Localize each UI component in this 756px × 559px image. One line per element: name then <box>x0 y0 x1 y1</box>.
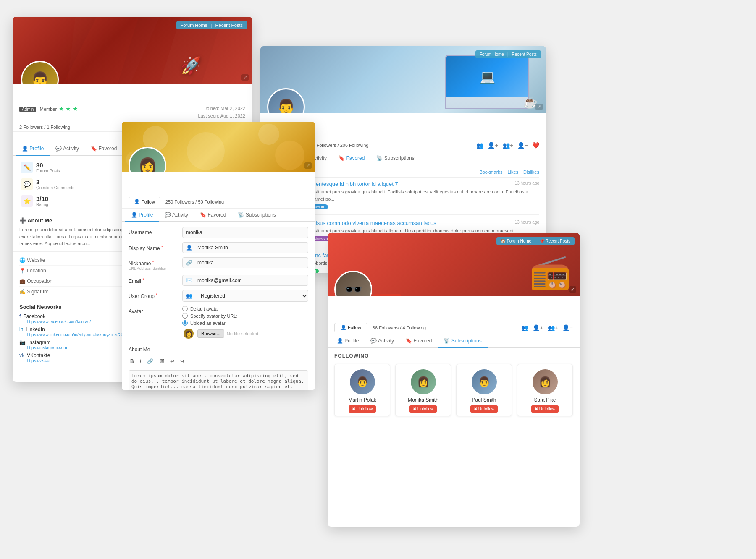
link-bookmarks[interactable]: Bookmarks <box>479 170 502 175</box>
stat-forum-posts: ✏️ 30Forum Posts <box>19 159 132 176</box>
card4-follow-button[interactable]: 👤 Follow <box>334 323 368 332</box>
stat-num-qcomments: 3 <box>36 178 74 185</box>
instagram-icon: 📷 <box>19 340 26 345</box>
browse-button[interactable]: Browse... <box>197 329 224 338</box>
card3-icon1[interactable]: 👥 <box>476 142 483 149</box>
redo-button[interactable]: ↪ <box>178 358 186 365</box>
italic-button[interactable]: I <box>138 358 143 365</box>
card4-icon1[interactable]: 👥 <box>521 324 528 331</box>
form-input-username[interactable] <box>182 227 308 238</box>
radio-url-avatar[interactable]: Specify avatar by URL: <box>182 313 308 319</box>
card3-expand-icon[interactable]: ⤢ <box>536 104 543 110</box>
following-unfollow-martin[interactable]: ✖ Unfollow <box>349 405 376 413</box>
undo-button[interactable]: ↩ <box>168 358 176 365</box>
unfollow-icon-paul: ✖ <box>474 407 477 411</box>
linkedin-icon: in <box>19 327 23 332</box>
facebook-icon: f <box>19 313 21 319</box>
form-label-displayname: Display Name * <box>129 242 179 251</box>
card4-icon3[interactable]: 👥+ <box>548 324 558 331</box>
bold-button[interactable]: B <box>129 358 136 365</box>
card1-meta: Admin Member ★ ★ ★ Joined: Mar 2, 2022 L… <box>13 105 252 123</box>
card3-icon3[interactable]: 👥+ <box>503 142 513 149</box>
link-button[interactable]: 🔗 <box>145 358 155 365</box>
card3-tab-favored[interactable]: 🔖 Favored <box>333 152 370 165</box>
card3-icon5[interactable]: ❤️ <box>532 142 539 149</box>
card2-follow-button[interactable]: 👤 Follow <box>129 197 160 206</box>
card1-tab-activity[interactable]: 💬 Activity <box>50 142 85 156</box>
card3-nav[interactable]: Forum Home | Recent Posts <box>475 50 541 58</box>
card4-icon4[interactable]: 👤− <box>562 324 573 331</box>
rocket-icon: 🚀 <box>181 56 202 76</box>
card4-actions: 👤 Follow 36 Followers / 4 Following 👥 👤+… <box>328 321 580 334</box>
link-likes[interactable]: Likes <box>507 170 518 175</box>
card2-avatar-wrap: 👩 <box>129 147 166 172</box>
card4-expand-icon[interactable]: ⤢ <box>569 286 576 293</box>
card-monika-smith: 👩 Monika Smith Active Member ★ ⤢ 👤 Follo… <box>122 122 315 390</box>
card2-tab-profile[interactable]: 👤 Profile <box>125 209 159 222</box>
card4-nav-forum[interactable]: 🏠 Forum Home <box>501 239 531 243</box>
card3-icon4[interactable]: 👤− <box>517 142 528 149</box>
following-card-sara: 👩 Sara Pike ✖ Unfollow <box>517 364 573 416</box>
card3-tab-subscriptions[interactable]: 📡 Subscriptions <box>370 152 420 165</box>
card4-tab-profile[interactable]: 👤 Profile <box>331 334 365 348</box>
card2-tab-subscriptions[interactable]: 📡 Subscriptions <box>232 209 281 222</box>
form-label-username: Username <box>129 227 179 235</box>
card2-expand-icon[interactable]: ⤢ <box>304 162 312 169</box>
radio-default-avatar[interactable]: Default avatar <box>182 306 308 311</box>
stat-num-posts: 30 <box>36 162 60 169</box>
card4-username-badge: Aron <box>374 294 401 296</box>
card1-tab-profile[interactable]: 👤 Profile <box>16 142 50 156</box>
following-unfollow-sara[interactable]: ✖ Unfollow <box>531 405 559 413</box>
following-card-monika: 👩 Monika Smith ✖ Unfollow <box>395 364 451 416</box>
card1-expand-icon[interactable]: ⤢ <box>242 74 249 81</box>
following-avatar-paul: 👨 <box>472 369 497 394</box>
about-textarea[interactable]: Lorem ipsum dolor sit amet, consectetur … <box>129 370 308 390</box>
following-name-monika: Monika Smith <box>399 397 447 403</box>
following-grid: 👨 Martin Polak ✖ Unfollow 👩 Monika Smith… <box>334 364 573 416</box>
card2-tab-activity[interactable]: 💬 Activity <box>159 209 194 222</box>
following-unfollow-monika[interactable]: ✖ Unfollow <box>410 405 437 413</box>
browse-row: 👩 Browse... No file selected. <box>182 327 308 340</box>
card2-form-area: Username Display Name * 👤 Nickname *URL … <box>122 222 315 390</box>
form-select-usergroup[interactable]: Registered Admin Moderator <box>196 290 308 301</box>
card3-icon2[interactable]: 👤+ <box>488 142 498 149</box>
unfollow-icon-monika: ✖ <box>413 407 416 411</box>
card3-nav-recent[interactable]: Recent Posts <box>512 52 537 57</box>
bookmark-text-1: Tristique magna sit amet purus gravida q… <box>281 188 539 202</box>
avatar-options: Default avatar Specify avatar by URL: Up… <box>182 306 308 340</box>
card4-icon2[interactable]: 👤+ <box>533 324 543 331</box>
card1-nav-recent-posts[interactable]: Recent Posts <box>215 23 243 28</box>
card4-nav-recent[interactable]: 📌 Recent Posts <box>539 239 570 243</box>
card3-nav-forum[interactable]: Forum Home <box>480 52 504 57</box>
card4-followers: 36 Followers / 4 Following <box>373 325 426 330</box>
form-row-usergroup: User Group * 👥 Registered Admin Moderato… <box>129 290 308 302</box>
cassette-icon: 📻 <box>529 252 571 292</box>
card4-right-icons: 👥 👤+ 👥+ 👤− <box>521 324 573 331</box>
post-links: Bookmarks Likes Dislikes <box>479 170 539 175</box>
card1-joined: Joined: Mar 2, 2022 <box>198 105 245 112</box>
following-unfollow-paul[interactable]: ✖ Unfollow <box>470 405 498 413</box>
card3-avatar-wrap: 👨 <box>267 88 305 113</box>
link-dislikes[interactable]: Dislikes <box>523 170 539 175</box>
card1-nav-forum-home[interactable]: Forum Home <box>181 23 207 28</box>
card1-tab-favored[interactable]: 🔖 Favored <box>85 142 123 156</box>
link-icon: 🔗 <box>183 258 196 268</box>
card-aron: 📻 🏠 Forum Home | 📌 Recent Posts 🕶️ Aron … <box>328 233 580 527</box>
card1-badge-admin: Admin <box>19 107 36 112</box>
form-input-email[interactable] <box>196 275 308 285</box>
form-label-aboutme: About Me <box>129 344 150 353</box>
card2-tab-favored[interactable]: 🔖 Favored <box>194 209 232 222</box>
radio-upload-avatar[interactable]: Upload an avatar <box>182 320 308 326</box>
form-input-displayname[interactable] <box>196 243 308 253</box>
card1-nav-bar[interactable]: Forum Home | Recent Posts <box>176 21 247 29</box>
form-input-usergroup-wrap: 👥 Registered Admin Moderator <box>182 290 308 302</box>
card3-avatar: 👨 <box>267 88 305 113</box>
image-button[interactable]: 🖼 <box>158 358 166 365</box>
card1-last-seen: Last seen: Aug 1, 2022 <box>198 112 245 120</box>
card4-header: 📻 🏠 Forum Home | 📌 Recent Posts 🕶️ Aron … <box>328 233 580 296</box>
card4-tab-activity[interactable]: 💬 Activity <box>365 334 400 348</box>
card4-tab-subscriptions[interactable]: 📡 Subscriptions <box>438 334 487 348</box>
form-input-nickname[interactable] <box>196 258 308 268</box>
card4-nav[interactable]: 🏠 Forum Home | 📌 Recent Posts <box>496 237 575 245</box>
card4-tab-favored[interactable]: 🔖 Favored <box>400 334 438 348</box>
